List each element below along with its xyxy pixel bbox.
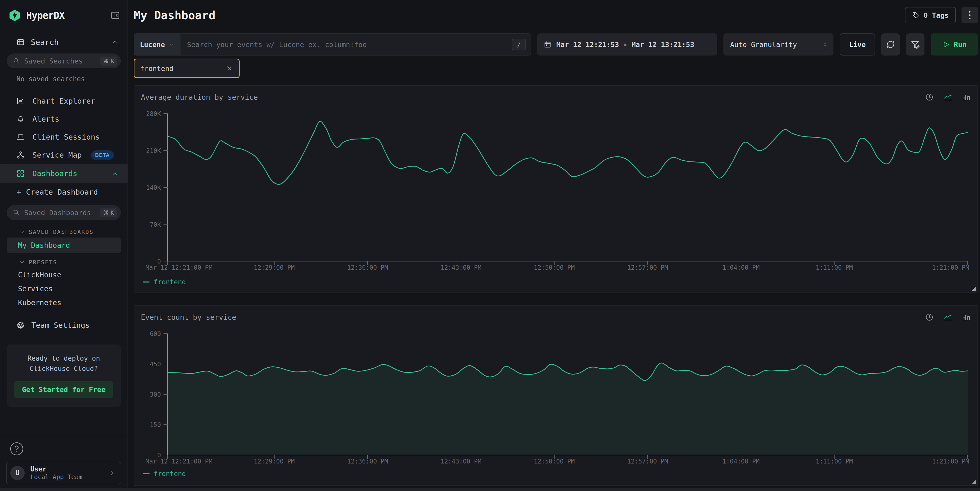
saved-dashboards-field[interactable]: ⌘ K (7, 205, 121, 220)
svg-text:1:21:00 PM: 1:21:00 PM (932, 264, 969, 271)
saved-dashboards-section-header[interactable]: SAVED DASHBOARDS (0, 226, 127, 238)
chevron-up-icon (111, 39, 118, 46)
app-root: HyperDX Search ⌘ K No saved searches (0, 0, 980, 491)
preset-label: Services (18, 284, 53, 293)
live-button[interactable]: Live (840, 33, 875, 56)
svg-text:300: 300 (150, 391, 161, 398)
user-name: User (30, 465, 82, 473)
sidebar-item-label: Client Sessions (32, 133, 100, 141)
clock-icon[interactable] (925, 93, 934, 102)
get-started-button[interactable]: Get Started for Free (14, 381, 113, 398)
preset-item-services[interactable]: Services (0, 282, 127, 296)
create-dashboard-button[interactable]: + Create Dashboard (0, 183, 127, 201)
sidebar-item-chart-explorer[interactable]: Chart Explorer (0, 92, 127, 110)
app-title: HyperDX (26, 10, 65, 21)
horizontal-scrollbar[interactable] (0, 488, 980, 491)
dashboard-menu-button[interactable] (961, 7, 978, 24)
query-language-select[interactable]: Lucene (134, 34, 180, 55)
chart-legend[interactable]: frontend (141, 278, 971, 286)
chart-legend[interactable]: frontend (141, 470, 971, 478)
chevron-up-icon (111, 170, 118, 177)
kebab-icon (969, 11, 970, 13)
filter-chip-row: frontend (134, 59, 978, 78)
sidebar-item-client-sessions[interactable]: Client Sessions (0, 128, 127, 146)
panel-collapse-icon (111, 11, 120, 20)
chart-panel-event-count: Event count by service 0150300450600Mar … (134, 305, 978, 486)
preset-item-kubernetes[interactable]: Kubernetes (0, 296, 127, 310)
preset-item-clickhouse[interactable]: ClickHouse (0, 268, 127, 282)
svg-text:12:36:00 PM: 12:36:00 PM (347, 458, 388, 465)
dashboard-item-label: My Dashboard (18, 241, 70, 249)
svg-text:1:11:00 PM: 1:11:00 PM (816, 264, 853, 271)
line-chart-icon[interactable] (943, 313, 952, 322)
saved-dashboards-input[interactable] (24, 209, 96, 217)
bar-chart-icon[interactable] (962, 93, 971, 102)
svg-text:150: 150 (150, 421, 161, 429)
chart-type-toggles (925, 93, 971, 102)
service-map-icon (16, 151, 25, 159)
hyperdx-logo-icon (9, 10, 21, 21)
help-button[interactable] (10, 442, 24, 456)
svg-text:140K: 140K (146, 184, 161, 191)
sidebar-section-search[interactable]: Search (0, 37, 127, 48)
play-icon (942, 41, 950, 48)
sidebar-item-dashboards[interactable]: Dashboards (0, 164, 127, 183)
panel-header: Average duration by service (141, 92, 971, 103)
laptop-icon (16, 133, 25, 141)
main-content: My Dashboard 0 Tags Lucene / (128, 0, 980, 491)
chevron-down-icon (169, 41, 174, 47)
svg-text:12:57:00 PM: 12:57:00 PM (627, 458, 668, 465)
page-header: My Dashboard 0 Tags (134, 7, 978, 24)
sidebar-item-my-dashboard[interactable]: My Dashboard (7, 238, 121, 253)
legend-marker (143, 281, 150, 283)
bar-chart-icon[interactable] (962, 313, 971, 322)
panel-resize-handle[interactable] (972, 286, 976, 291)
filter-edit-button[interactable] (906, 33, 924, 56)
line-chart-icon[interactable] (943, 93, 952, 102)
sidebar-item-alerts[interactable]: Alerts (0, 110, 127, 128)
plus-icon: + (16, 187, 21, 197)
run-button[interactable]: Run (931, 33, 978, 56)
sidebar-item-service-map[interactable]: Service Map BETA (0, 146, 127, 164)
svg-text:1:21:00 PM: 1:21:00 PM (932, 458, 969, 465)
clock-icon[interactable] (925, 313, 934, 322)
avg-duration-chart[interactable]: 070K140K210K280KMar 12 12:21:00 PM12:29:… (141, 107, 970, 274)
saved-searches-field[interactable]: ⌘ K (7, 54, 121, 68)
help-icon (10, 442, 24, 456)
svg-text:Mar 12 12:21:00 PM: Mar 12 12:21:00 PM (145, 458, 212, 465)
svg-text:280K: 280K (146, 110, 161, 118)
dashboards-grid-icon (16, 169, 25, 178)
chip-close-button[interactable] (226, 65, 233, 72)
granularity-select[interactable]: Auto Granularity (724, 33, 834, 56)
tags-button[interactable]: 0 Tags (905, 7, 956, 24)
slash-shortcut-badge: / (512, 39, 526, 50)
sidebar-item-team-settings[interactable]: Team Settings (0, 316, 127, 334)
tag-icon (912, 11, 920, 19)
date-range-picker[interactable]: Mar 12 12:21:53 - Mar 12 13:21:53 (537, 33, 717, 56)
panel-resize-handle[interactable] (972, 480, 976, 484)
svg-text:600: 600 (150, 331, 161, 337)
chevron-right-icon (108, 470, 115, 476)
presets-section-header[interactable]: PRESETS (0, 257, 127, 268)
event-count-chart[interactable]: 0150300450600Mar 12 12:21:00 PM12:29:00 … (141, 327, 970, 468)
svg-text:12:57:00 PM: 12:57:00 PM (627, 264, 668, 271)
sidebar-item-label: Service Map (32, 151, 82, 159)
filter-chip-value: frontend (140, 65, 173, 73)
section-label-text: PRESETS (29, 259, 57, 265)
saved-searches-input[interactable] (24, 57, 96, 65)
sidebar-collapse-button[interactable] (111, 11, 120, 20)
event-search-combo: Lucene / (134, 33, 531, 56)
chart-title: Average duration by service (141, 93, 258, 102)
team-settings-label: Team Settings (31, 321, 90, 330)
svg-text:Mar 12 12:21:00 PM: Mar 12 12:21:00 PM (145, 264, 212, 271)
shortcut-badge: ⌘ K (100, 57, 117, 65)
refresh-icon (886, 40, 895, 49)
cloud-card-text: Ready to deploy on ClickHouse Cloud? (14, 353, 113, 374)
user-menu[interactable]: U User Local App Team (6, 462, 121, 484)
legend-label: frontend (154, 470, 186, 478)
event-search-input[interactable] (180, 41, 512, 49)
svg-text:70K: 70K (150, 221, 161, 228)
search-group-label: Search (31, 38, 59, 47)
service-filter-chip[interactable]: frontend (134, 59, 240, 78)
refresh-button[interactable] (881, 33, 900, 56)
